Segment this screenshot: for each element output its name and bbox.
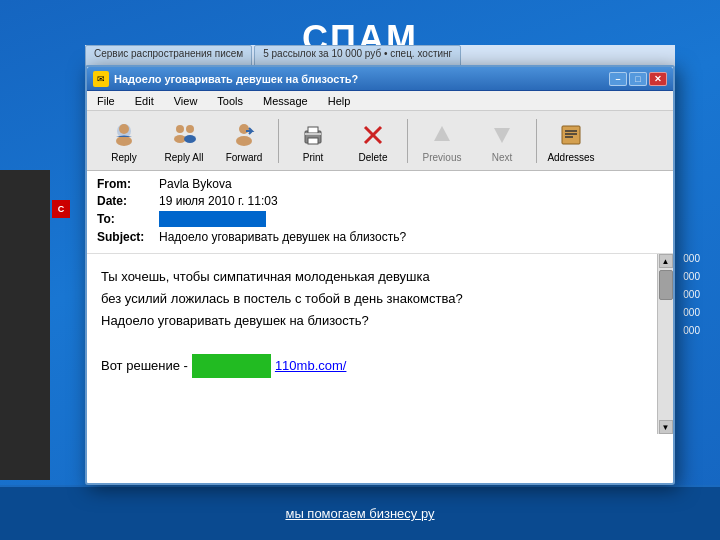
reply-icon (110, 121, 138, 149)
bottom-bar-text: мы помогаем бизнесу ру (285, 506, 434, 521)
svg-point-1 (119, 124, 129, 134)
reply-all-button[interactable]: Reply All (155, 115, 213, 167)
delete-icon (359, 121, 387, 149)
previous-icon (428, 121, 456, 149)
toolbar-separator-2 (407, 119, 408, 163)
menu-message[interactable]: Message (259, 93, 312, 109)
date-label: Date: (97, 194, 159, 208)
email-header: From: Pavla Bykova Date: 19 июля 2010 г.… (87, 171, 673, 254)
title-bar: ✉ Надоело уговаривать девушек на близост… (87, 67, 673, 91)
from-row: From: Pavla Bykova (97, 177, 663, 191)
forward-icon (230, 121, 258, 149)
svg-point-5 (186, 125, 194, 133)
link-prefix: Вот решение - (101, 358, 192, 373)
body-line1: Ты хочешь, чтобы симпатичная молоденькая… (101, 266, 643, 288)
addresses-icon (557, 121, 585, 149)
previous-label: Previous (423, 152, 462, 163)
window-icon: ✉ (93, 71, 109, 87)
body-link-line: Вот решение - 110mb.com/ (101, 354, 643, 378)
scroll-thumb[interactable] (659, 270, 673, 300)
date-value: 19 июля 2010 г. 11:03 (159, 194, 278, 208)
svg-point-8 (236, 136, 252, 146)
menu-edit[interactable]: Edit (131, 93, 158, 109)
menu-tools[interactable]: Tools (213, 93, 247, 109)
addresses-label: Addresses (547, 152, 594, 163)
addresses-button[interactable]: Addresses (542, 115, 600, 167)
print-button[interactable]: Print (284, 115, 342, 167)
svg-rect-10 (308, 127, 318, 133)
toolbar-separator-1 (278, 119, 279, 163)
toolbar: Reply Reply All Forward (87, 111, 673, 171)
svg-marker-16 (494, 128, 510, 143)
svg-point-7 (239, 124, 249, 134)
svg-rect-11 (308, 138, 318, 144)
background-numbers: 000 000 000 000 000 (683, 250, 700, 340)
window-controls: – □ ✕ (609, 72, 667, 86)
svg-rect-12 (305, 133, 321, 135)
c-label: C (52, 200, 70, 218)
next-button[interactable]: Next (473, 115, 531, 167)
window-icon-symbol: ✉ (97, 74, 105, 84)
scroll-up-arrow[interactable]: ▲ (659, 254, 673, 268)
maximize-button[interactable]: □ (629, 72, 647, 86)
delete-button[interactable]: Delete (344, 115, 402, 167)
left-column-bg (0, 170, 50, 480)
svg-marker-15 (434, 126, 450, 141)
svg-point-6 (184, 135, 196, 143)
print-icon (299, 121, 327, 149)
link-suffix: 110mb.com/ (275, 358, 347, 373)
to-row: To: (97, 211, 663, 227)
subject-row: Subject: Надоело уговаривать девушек на … (97, 230, 663, 244)
date-row: Date: 19 июля 2010 г. 11:03 (97, 194, 663, 208)
email-scrollbar[interactable]: ▲ ▼ (657, 254, 673, 434)
next-label: Next (492, 152, 513, 163)
bottom-bar: мы помогаем бизнесу ру (0, 485, 720, 540)
print-label: Print (303, 152, 324, 163)
email-window: ✉ Надоело уговаривать девушек на близост… (85, 65, 675, 485)
window-title: Надоело уговаривать девушек на близость? (114, 73, 609, 85)
email-body: Ты хочешь, чтобы симпатичная молоденькая… (87, 254, 657, 434)
link-highlighted (192, 354, 272, 378)
delete-label: Delete (359, 152, 388, 163)
email-body-container: Ты хочешь, чтобы симпатичная молоденькая… (87, 254, 673, 434)
to-value (159, 211, 266, 227)
from-label: From: (97, 177, 159, 191)
minimize-button[interactable]: – (609, 72, 627, 86)
body-line4 (101, 332, 643, 354)
reply-label: Reply (111, 152, 137, 163)
menu-file[interactable]: File (93, 93, 119, 109)
menu-bar: File Edit View Tools Message Help (87, 91, 673, 111)
scroll-down-arrow[interactable]: ▼ (659, 420, 673, 434)
forward-label: Forward (226, 152, 263, 163)
subject-label: Subject: (97, 230, 159, 244)
forward-button[interactable]: Forward (215, 115, 273, 167)
close-button[interactable]: ✕ (649, 72, 667, 86)
reply-all-icon (170, 121, 198, 149)
previous-button[interactable]: Previous (413, 115, 471, 167)
menu-help[interactable]: Help (324, 93, 355, 109)
svg-point-3 (176, 125, 184, 133)
body-line2: без усилий ложилась в постель с тобой в … (101, 288, 643, 310)
svg-rect-17 (562, 126, 580, 144)
menu-view[interactable]: View (170, 93, 202, 109)
body-line3: Надоело уговаривать девушек на близость? (101, 310, 643, 332)
to-label: To: (97, 212, 159, 226)
svg-point-2 (116, 136, 132, 146)
reply-button[interactable]: Reply (95, 115, 153, 167)
toolbar-separator-3 (536, 119, 537, 163)
reply-all-label: Reply All (165, 152, 204, 163)
from-value: Pavla Bykova (159, 177, 232, 191)
subject-value: Надоело уговаривать девушек на близость? (159, 230, 406, 244)
next-icon (488, 121, 516, 149)
